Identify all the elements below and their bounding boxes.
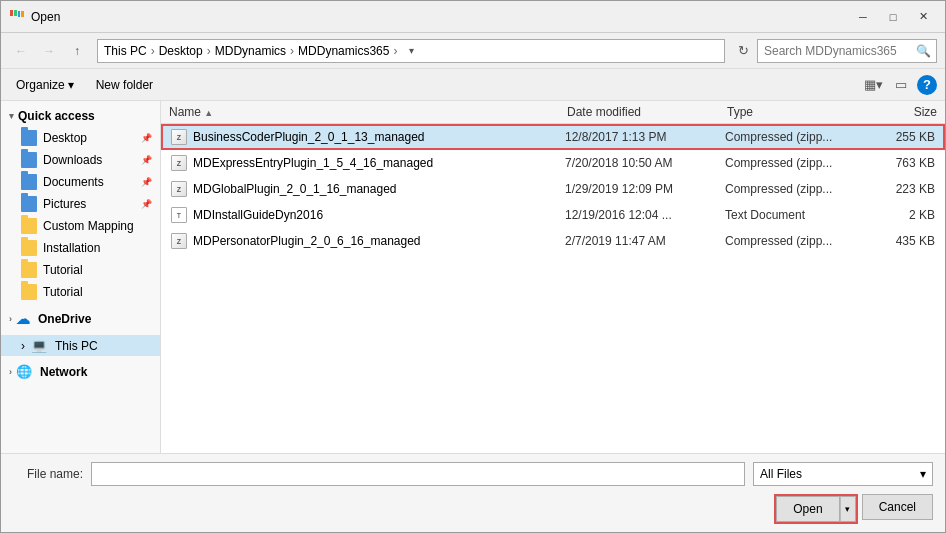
- file-row[interactable]: Z MDExpressEntryPlugin_1_5_4_16_managed …: [161, 150, 945, 176]
- file-list: Name ▲ Date modified Type Size Z Busines…: [161, 101, 945, 453]
- breadcrumb-mddynamics[interactable]: MDDynamics: [215, 44, 286, 58]
- sidebar-item-tutorial2[interactable]: Tutorial: [1, 281, 160, 303]
- zip-icon: Z: [171, 233, 187, 249]
- this-pc-icon: 💻: [31, 338, 47, 353]
- expand-icon: ▾: [9, 111, 14, 121]
- zip-icon: Z: [171, 129, 187, 145]
- main-content: ▾ Quick access Desktop 📌 Downloads 📌 Doc…: [1, 101, 945, 453]
- sidebar-section-quick-access: ▾ Quick access Desktop 📌 Downloads 📌 Doc…: [1, 105, 160, 303]
- file-date: 1/29/2019 12:09 PM: [565, 182, 725, 196]
- address-dropdown-button[interactable]: ▾: [401, 41, 421, 61]
- back-button[interactable]: ←: [9, 39, 33, 63]
- file-row[interactable]: Z MDGlobalPlugin_2_0_1_16_managed 1/29/2…: [161, 176, 945, 202]
- file-date: 12/19/2016 12:04 ...: [565, 208, 725, 222]
- pin-icon: 📌: [141, 199, 152, 209]
- breadcrumb-desktop[interactable]: Desktop: [159, 44, 203, 58]
- sidebar-item-label: Documents: [43, 175, 104, 189]
- file-row[interactable]: T MDInstallGuideDyn2016 12/19/2016 12:04…: [161, 202, 945, 228]
- search-input[interactable]: [757, 39, 937, 63]
- zip-icon: Z: [171, 155, 187, 171]
- sidebar-item-documents[interactable]: Documents 📌: [1, 171, 160, 193]
- view-options-button[interactable]: ▦▾: [861, 73, 885, 97]
- sidebar-section-network: › 🌐 Network: [1, 360, 160, 383]
- file-name: MDInstallGuideDyn2016: [193, 208, 565, 222]
- onedrive-icon: ☁: [16, 311, 30, 327]
- open-dialog: Open ─ □ ✕ ← → ↑ This PC › Desktop › MDD…: [0, 0, 946, 533]
- col-header-date[interactable]: Date modified: [567, 105, 727, 119]
- up-button[interactable]: ↑: [65, 39, 89, 63]
- folder-blue-icon: [21, 174, 37, 190]
- file-list-header: Name ▲ Date modified Type Size: [161, 101, 945, 124]
- sidebar-section-this-pc: › 💻 This PC: [1, 335, 160, 356]
- sidebar-item-label: Installation: [43, 241, 100, 255]
- title-bar: Open ─ □ ✕: [1, 1, 945, 33]
- forward-button[interactable]: →: [37, 39, 61, 63]
- expand-icon-onedrive: ›: [9, 314, 12, 324]
- sidebar-header-quick-access[interactable]: ▾ Quick access: [1, 105, 160, 127]
- breadcrumb-thispc[interactable]: This PC: [104, 44, 147, 58]
- file-type: Compressed (zipp...: [725, 156, 855, 170]
- secondary-toolbar: Organize ▾ New folder ▦▾ ▭ ?: [1, 69, 945, 101]
- sidebar-item-custom-mapping[interactable]: Custom Mapping: [1, 215, 160, 237]
- help-button[interactable]: ?: [917, 75, 937, 95]
- col-header-name[interactable]: Name ▲: [169, 105, 567, 119]
- file-row[interactable]: Z BusinessCoderPlugin_2_0_1_13_managed 1…: [161, 124, 945, 150]
- cancel-button[interactable]: Cancel: [862, 494, 933, 520]
- sidebar-item-label: Custom Mapping: [43, 219, 134, 233]
- file-name: MDGlobalPlugin_2_0_1_16_managed: [193, 182, 565, 196]
- folder-yellow-icon: [21, 284, 37, 300]
- minimize-button[interactable]: ─: [849, 7, 877, 27]
- refresh-button[interactable]: ↻: [733, 41, 753, 61]
- zip-icon: Z: [171, 181, 187, 197]
- close-button[interactable]: ✕: [909, 7, 937, 27]
- pin-icon: 📌: [141, 177, 152, 187]
- maximize-button[interactable]: □: [879, 7, 907, 27]
- file-name: MDExpressEntryPlugin_1_5_4_16_managed: [193, 156, 565, 170]
- sidebar-header-network[interactable]: › 🌐 Network: [1, 360, 160, 383]
- filetype-dropdown[interactable]: All Files ▾: [753, 462, 933, 486]
- file-type: Compressed (zipp...: [725, 130, 855, 144]
- onedrive-label: OneDrive: [38, 312, 91, 326]
- sidebar-item-label: Downloads: [43, 153, 102, 167]
- nav-toolbar: ← → ↑ This PC › Desktop › MDDynamics › M…: [1, 33, 945, 69]
- file-date: 7/20/2018 10:50 AM: [565, 156, 725, 170]
- toolbar2-right: ▦▾ ▭ ?: [861, 73, 937, 97]
- sidebar-item-downloads[interactable]: Downloads 📌: [1, 149, 160, 171]
- new-folder-button[interactable]: New folder: [89, 73, 160, 97]
- address-bar[interactable]: This PC › Desktop › MDDynamics › MDDynam…: [97, 39, 725, 63]
- file-row[interactable]: Z MDPersonatorPlugin_2_0_6_16_managed 2/…: [161, 228, 945, 254]
- expand-icon-this-pc: ›: [21, 339, 25, 353]
- organize-button[interactable]: Organize ▾: [9, 73, 81, 97]
- sidebar: ▾ Quick access Desktop 📌 Downloads 📌 Doc…: [1, 101, 161, 453]
- file-name: MDPersonatorPlugin_2_0_6_16_managed: [193, 234, 565, 248]
- network-label: Network: [40, 365, 87, 379]
- breadcrumb-mddynamics365[interactable]: MDDynamics365: [298, 44, 389, 58]
- file-size: 435 KB: [855, 234, 935, 248]
- col-header-type[interactable]: Type: [727, 105, 857, 119]
- dialog-icon: [9, 9, 25, 25]
- search-wrapper: 🔍: [757, 39, 937, 63]
- sidebar-item-tutorial1[interactable]: Tutorial: [1, 259, 160, 281]
- sort-arrow: ▲: [204, 108, 213, 118]
- folder-yellow-icon: [21, 240, 37, 256]
- this-pc-label: This PC: [55, 339, 98, 353]
- sidebar-item-pictures[interactable]: Pictures 📌: [1, 193, 160, 215]
- open-dropdown-button[interactable]: ▾: [840, 496, 856, 522]
- sidebar-header-onedrive[interactable]: › ☁ OneDrive: [1, 307, 160, 331]
- folder-yellow-icon: [21, 262, 37, 278]
- open-btn-group: Open ▾: [774, 494, 857, 524]
- sidebar-item-label: Desktop: [43, 131, 87, 145]
- folder-blue-icon: [21, 196, 37, 212]
- sidebar-item-installation[interactable]: Installation: [1, 237, 160, 259]
- filename-row: File name: All Files ▾: [13, 462, 933, 486]
- file-size: 2 KB: [855, 208, 935, 222]
- sidebar-item-this-pc[interactable]: › 💻 This PC: [1, 335, 160, 356]
- preview-pane-button[interactable]: ▭: [889, 73, 913, 97]
- col-header-size[interactable]: Size: [857, 105, 937, 119]
- sidebar-item-desktop[interactable]: Desktop 📌: [1, 127, 160, 149]
- sidebar-item-label: Tutorial: [43, 285, 83, 299]
- file-size: 255 KB: [855, 130, 935, 144]
- filename-input[interactable]: [91, 462, 745, 486]
- open-button[interactable]: Open: [776, 496, 839, 522]
- file-date: 12/8/2017 1:13 PM: [565, 130, 725, 144]
